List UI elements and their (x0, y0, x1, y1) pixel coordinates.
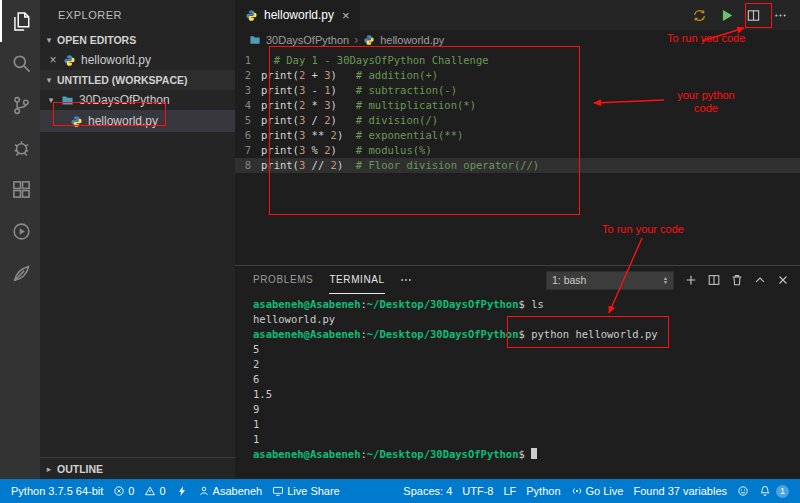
code-text: print(3 / 2) # division(/) (261, 113, 438, 128)
outline-section[interactable]: ▸ OUTLINE (40, 457, 235, 479)
code-line[interactable]: 1 # Day 1 - 30DaysOfPython Challenge (235, 53, 800, 68)
activity-custom-extension-icon[interactable] (0, 252, 40, 294)
go-live[interactable]: Go Live (566, 479, 629, 503)
shell-select-value: 1: bash (552, 274, 586, 286)
language-mode[interactable]: Python (521, 479, 565, 503)
chevron-down-icon: ▾ (44, 35, 54, 45)
terminal-line: asabeneh@Asabeneh:~/Desktop/30DaysOfPyth… (253, 447, 800, 462)
file-label: helloworld.py (88, 114, 158, 128)
eol[interactable]: LF (498, 479, 521, 503)
tab-helloworld[interactable]: helloworld.py × (235, 0, 360, 30)
problems-errors-label: 0 (128, 485, 134, 497)
indentation-label: Spaces: 4 (403, 485, 452, 497)
folder-label: 30DaysOfPython (79, 93, 170, 107)
code-line[interactable]: 8print(3 // 2) # Floor division operator… (235, 158, 800, 173)
close-icon[interactable]: × (48, 55, 58, 65)
notification-badge: 1 (776, 485, 789, 498)
line-number: 2 (235, 68, 261, 83)
code-line[interactable]: 7print(3 % 2) # modulus(%) (235, 143, 800, 158)
code-line[interactable]: 5print(3 / 2) # division(/) (235, 113, 800, 128)
notifications[interactable]: 1 (754, 479, 794, 503)
indentation[interactable]: Spaces: 4 (398, 479, 457, 503)
code-line[interactable]: 3print(3 - 1) # subtraction(-) (235, 83, 800, 98)
problems-warnings[interactable]: 0 (139, 479, 170, 503)
sidebar-title: EXPLORER (40, 0, 235, 30)
more-actions-icon[interactable] (399, 273, 413, 287)
code-line[interactable]: 2print(2 + 3) # addition(+) (235, 68, 800, 83)
breadcrumb[interactable]: 30DaysOfPython › helloworld.py (235, 30, 800, 50)
chevron-down-icon: ▾ (44, 75, 54, 85)
panel-tabs: PROBLEMSTERMINAL (253, 266, 385, 294)
activity-test-icon[interactable] (0, 210, 40, 252)
code-text: print(3 % 2) # modulus(%) (261, 143, 432, 158)
new-terminal-icon[interactable] (684, 273, 698, 287)
panel-header: PROBLEMSTERMINAL 1: bash ▲▼ (235, 266, 800, 294)
status-bar-left: Python 3.7.5 64-bit00AsabenehLive Share (6, 479, 345, 503)
close-panel-icon[interactable] (776, 273, 790, 287)
kill-terminal-icon[interactable] (730, 273, 744, 287)
code-text: # Day 1 - 30DaysOfPython Challenge (261, 53, 489, 68)
live-share[interactable]: Live Share (267, 479, 345, 503)
live-share-flash[interactable] (171, 479, 193, 503)
tab-label: helloworld.py (264, 8, 334, 22)
breadcrumb-file[interactable]: helloworld.py (380, 34, 444, 46)
variables[interactable]: Found 37 variables (628, 479, 732, 503)
live-share-user-label: Asabeneh (213, 485, 263, 497)
panel-tab-problems[interactable]: PROBLEMS (253, 266, 313, 294)
folder-item-30daysofpython[interactable]: ▾ 30DaysOfPython (40, 90, 235, 110)
maximize-panel-icon[interactable] (753, 273, 767, 287)
python-file-icon (70, 115, 83, 128)
activity-search-icon[interactable] (0, 42, 40, 84)
lightning-icon (176, 485, 188, 497)
encoding[interactable]: UTF-8 (457, 479, 498, 503)
file-item-helloworld[interactable]: helloworld.py (40, 110, 235, 132)
workspace-header[interactable]: ▾ UNTITLED (WORKSPACE) (40, 70, 235, 90)
line-number: 7 (235, 143, 261, 158)
activity-source-control-icon[interactable] (0, 84, 40, 126)
code-editor[interactable]: 1 # Day 1 - 30DaysOfPython Challenge2pri… (235, 50, 800, 265)
problems-errors[interactable]: 0 (108, 479, 139, 503)
activity-extensions-icon[interactable] (0, 168, 40, 210)
python-version[interactable]: Python 3.7.5 64-bit (6, 479, 108, 503)
eol-label: LF (503, 485, 516, 497)
chevron-down-icon: ▾ (46, 95, 56, 105)
breadcrumb-folder[interactable]: 30DaysOfPython (266, 34, 349, 46)
python-file-icon (245, 9, 258, 22)
split-terminal-icon[interactable] (707, 273, 721, 287)
python-file-icon (363, 34, 375, 46)
open-editors-label: OPEN EDITORS (57, 34, 136, 46)
open-editors-header[interactable]: ▾ OPEN EDITORS (40, 30, 235, 50)
terminal-line: 1.5 (253, 387, 800, 402)
live-share-user[interactable]: Asabeneh (193, 479, 268, 503)
code-text: print(3 - 1) # subtraction(-) (261, 83, 457, 98)
activity-run-debug-icon[interactable] (0, 126, 40, 168)
open-editor-item[interactable]: × helloworld.py (40, 50, 235, 70)
terminal-line: 1 (253, 417, 800, 432)
editor-actions (692, 0, 800, 30)
activity-bar (0, 0, 40, 479)
terminal-line: 2 (253, 357, 800, 372)
code-text: print(2 + 3) # addition(+) (261, 68, 438, 83)
run-python-file-icon[interactable] (719, 8, 734, 23)
terminal-line: 5 (253, 342, 800, 357)
go-live-label: Go Live (586, 485, 624, 497)
code-line[interactable]: 4print(2 * 3) # multiplication(*) (235, 98, 800, 113)
live-share-label: Live Share (287, 485, 340, 497)
activity-explorer-icon[interactable] (0, 0, 40, 42)
terminal-shell-select[interactable]: 1: bash ▲▼ (546, 271, 674, 290)
terminal-output[interactable]: asabeneh@Asabeneh:~/Desktop/30DaysOfPyth… (235, 294, 800, 479)
terminal-line: 9 (253, 402, 800, 417)
panel-tab-terminal[interactable]: TERMINAL (329, 266, 384, 294)
status-bar: Python 3.7.5 64-bit00AsabenehLive Share … (0, 479, 800, 503)
more-actions-icon[interactable] (773, 8, 788, 23)
terminal-line: 6 (253, 372, 800, 387)
feedback[interactable] (732, 479, 754, 503)
code-line[interactable]: 6print(3 ** 2) # exponential(**) (235, 128, 800, 143)
line-number: 3 (235, 83, 261, 98)
close-icon[interactable]: × (340, 8, 352, 23)
sync-icon[interactable] (692, 8, 707, 23)
terminal-line: helloworld.py (253, 312, 800, 327)
workspace-label: UNTITLED (WORKSPACE) (57, 74, 187, 86)
split-editor-icon[interactable] (746, 8, 761, 23)
bell-icon (759, 485, 771, 497)
